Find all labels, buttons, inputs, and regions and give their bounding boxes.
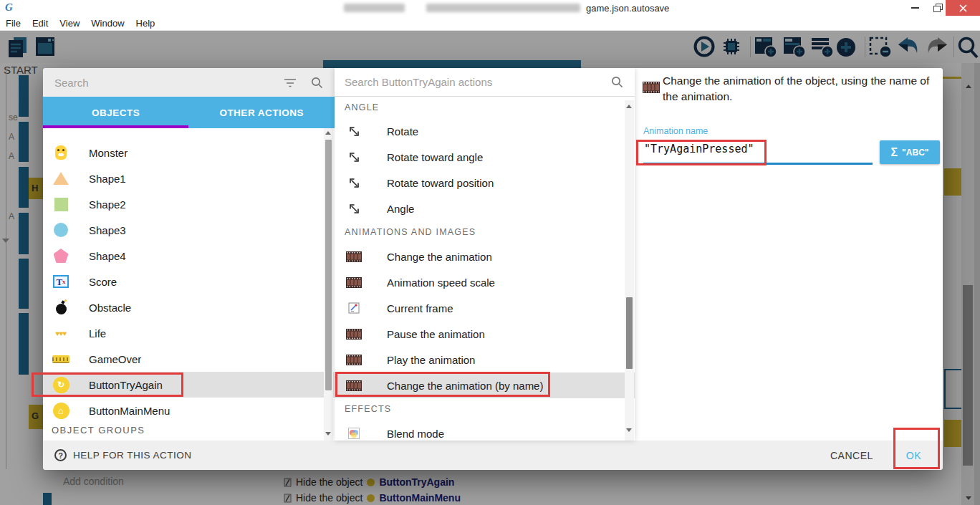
scroll-down-icon[interactable]	[325, 432, 331, 436]
close-button[interactable]	[946, 0, 980, 16]
rotate-icon	[345, 177, 363, 189]
objects-panel: OBJECTS OTHER ACTIONS Monster Shape1 Sha…	[43, 68, 335, 441]
square-icon	[54, 198, 68, 211]
list-item-shape1[interactable]: Shape1	[43, 165, 335, 191]
pentagon-icon	[54, 249, 69, 263]
film-icon	[345, 251, 363, 262]
list-item-shape2[interactable]: Shape2	[43, 191, 335, 217]
hearts-icon: ♥♥♥	[56, 330, 67, 337]
sigma-icon: Σ	[891, 146, 898, 159]
frame-icon	[345, 302, 363, 314]
refresh-button-icon	[53, 377, 69, 393]
home-button-icon	[53, 403, 69, 419]
action-item-blend-mode[interactable]: Blend mode	[335, 420, 635, 441]
list-item-life[interactable]: ♥♥♥Life	[43, 320, 335, 346]
expression-editor-button[interactable]: Σ "ABC"	[880, 140, 940, 164]
ok-button[interactable]: OK	[906, 450, 921, 461]
objects-scrollbar-thumb[interactable]	[325, 140, 332, 390]
objects-tabbar: OBJECTS OTHER ACTIONS	[43, 97, 335, 128]
list-item-gameover[interactable]: GameOver	[43, 346, 335, 372]
action-item-rotate-toward-position[interactable]: Rotate toward position	[335, 170, 635, 196]
window-title: game.json.autosave	[586, 3, 669, 14]
actions-list: ANGLE Rotate Rotate toward angle Rotate …	[335, 100, 635, 441]
field-underline	[643, 163, 873, 165]
action-description: Change the animation of the object, usin…	[663, 73, 932, 105]
actions-search-row	[335, 68, 635, 97]
rotate-icon	[345, 151, 363, 163]
action-item-change-animation-by-name[interactable]: Change the animation (by name)	[335, 372, 635, 398]
list-item-monster[interactable]: Monster	[43, 140, 335, 165]
parameters-panel: Change the animation of the object, usin…	[635, 68, 943, 441]
film-icon	[643, 82, 660, 96]
objects-search-input[interactable]	[43, 77, 284, 89]
menu-help[interactable]: Help	[136, 18, 155, 29]
gdevelop-logo-icon	[5, 1, 16, 14]
animation-name-label: Animation name	[643, 126, 708, 136]
scroll-down-icon[interactable]	[626, 428, 632, 432]
circle-icon	[54, 223, 68, 237]
list-item-shape3[interactable]: Shape3	[43, 217, 335, 243]
menu-view[interactable]: View	[59, 18, 80, 29]
section-header-effects: EFFECTS	[345, 404, 391, 414]
actions-scrollbar[interactable]	[625, 100, 634, 441]
help-button[interactable]: HELP FOR THIS ACTION	[54, 449, 192, 461]
minimize-button[interactable]	[904, 0, 926, 16]
section-header-animations: ANIMATIONS AND IMAGES	[345, 227, 476, 237]
triangle-icon	[53, 172, 69, 185]
bomb-icon	[56, 304, 67, 314]
cancel-button[interactable]: CANCEL	[830, 450, 873, 461]
film-icon	[345, 380, 363, 391]
banner-icon	[52, 355, 69, 363]
film-icon	[345, 277, 363, 288]
action-item-current-frame[interactable]: Current frame	[335, 295, 635, 321]
action-item-rotate-toward-angle[interactable]: Rotate toward angle	[335, 144, 635, 170]
list-item-shape4[interactable]: Shape4	[43, 243, 335, 269]
help-icon	[54, 449, 67, 461]
action-item-pause-animation[interactable]: Pause the animation	[335, 321, 635, 347]
list-item-buttontryagain[interactable]: ButtonTryAgain	[43, 372, 335, 398]
animation-name-field[interactable]: "TryAgainPressed"	[644, 143, 754, 155]
text-object-icon: Tx	[53, 275, 69, 288]
action-item-animation-speed[interactable]: Animation speed scale	[335, 269, 635, 295]
search-icon	[611, 76, 623, 88]
film-icon	[345, 355, 363, 365]
dialog-footer: HELP FOR THIS ACTION CANCEL OK	[43, 441, 943, 470]
scroll-up-icon[interactable]	[325, 131, 331, 135]
scroll-up-icon[interactable]	[626, 105, 632, 108]
list-item-buttonmainmenu[interactable]: ButtonMainMenu	[43, 398, 335, 423]
menu-file[interactable]: File	[6, 18, 21, 29]
monster-icon	[55, 145, 67, 160]
action-item-play-animation[interactable]: Play the animation	[335, 347, 635, 372]
menu-bar: File Edit View Window Help	[0, 16, 980, 31]
list-item-score[interactable]: TxScore	[43, 269, 335, 294]
action-item-angle[interactable]: Angle	[335, 196, 635, 221]
menu-window[interactable]: Window	[91, 18, 124, 29]
redacted-text-blur	[344, 4, 405, 12]
redacted-text-blur	[426, 4, 580, 12]
app-window: START se A A H A G Add condition Hide th…	[0, 0, 980, 505]
tab-objects[interactable]: OBJECTS	[43, 97, 189, 128]
blend-icon	[345, 428, 363, 439]
actions-search-input[interactable]	[335, 76, 611, 88]
instruction-editor-dialog: OBJECTS OTHER ACTIONS Monster Shape1 Sha…	[43, 68, 943, 470]
menu-edit[interactable]: Edit	[32, 18, 48, 29]
section-header-angle: ANGLE	[345, 102, 379, 112]
film-icon	[345, 329, 363, 340]
action-item-change-animation[interactable]: Change the animation	[335, 244, 635, 269]
objects-search-row	[43, 68, 335, 97]
filter-icon[interactable]	[284, 77, 297, 87]
search-icon	[311, 77, 323, 89]
objects-scrollbar[interactable]	[324, 128, 333, 441]
tab-other-actions[interactable]: OTHER ACTIONS	[189, 97, 335, 128]
rotate-icon	[345, 203, 363, 215]
actions-scrollbar-thumb[interactable]	[626, 297, 633, 369]
rotate-icon	[345, 125, 363, 138]
action-item-rotate[interactable]: Rotate	[335, 118, 635, 144]
objects-list: Monster Shape1 Shape2 Shape3 Shape4 TxSc…	[43, 128, 335, 441]
title-bar: game.json.autosave	[0, 0, 980, 16]
actions-panel: ANGLE Rotate Rotate toward angle Rotate …	[335, 68, 635, 441]
list-item-obstacle[interactable]: Obstacle	[43, 294, 335, 320]
object-groups-header: OBJECT GROUPS	[52, 425, 145, 436]
